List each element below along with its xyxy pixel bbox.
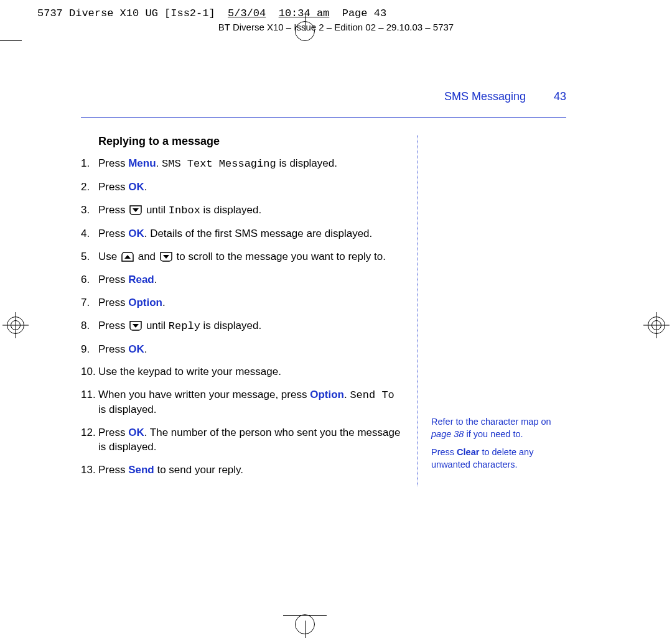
display-text: Reply <box>169 320 200 332</box>
step-number: 7. <box>81 296 98 310</box>
step-body: When you have written your message, pres… <box>98 388 404 417</box>
step-body: Press OK. <box>98 180 404 195</box>
step-body: Press Read. <box>98 273 404 287</box>
step-item: 8.Press until Reply is displayed. <box>81 319 404 334</box>
step-number: 9. <box>81 343 98 357</box>
step-item: 7.Press Option. <box>81 296 404 310</box>
softkey-label: OK <box>128 343 144 355</box>
softkey-label: Menu <box>128 157 156 169</box>
step-item: 2.Press OK. <box>81 180 404 195</box>
main-column: Replying to a message 1.Press Menu. SMS … <box>81 135 418 486</box>
prepress-time: 10:34 am <box>279 7 330 19</box>
softkey-label: Read <box>128 274 154 285</box>
step-body: Press OK. The number of the person who s… <box>98 426 404 455</box>
step-item: 4.Press OK. Details of the first SMS mes… <box>81 227 404 241</box>
registration-mark-right <box>643 312 670 338</box>
step-body: Press Menu. SMS Text Messaging is displa… <box>98 157 404 172</box>
step-item: 6.Press Read. <box>81 273 404 287</box>
doc-header: BT Diverse X10 – Issue 2 – Edition 02 – … <box>0 22 672 32</box>
step-item: 13.Press Send to send your reply. <box>81 463 404 478</box>
step-item: 12.Press OK. The number of the person wh… <box>81 426 404 455</box>
step-body: Press until Inbox is displayed. <box>98 203 404 218</box>
edge-rule <box>0 40 22 41</box>
nav-down-icon <box>160 252 172 262</box>
prepress-doc: 5737 Diverse X10 UG [Iss2-1] <box>37 7 215 19</box>
registration-mark-left <box>2 312 29 338</box>
nav-up-icon <box>121 252 134 262</box>
step-item: 9.Press OK. <box>81 343 404 357</box>
running-header: SMS Messaging 43 <box>81 90 566 103</box>
step-number: 1. <box>81 157 98 172</box>
step-item: 3.Press until Inbox is displayed. <box>81 203 404 218</box>
step-number: 10. <box>81 365 98 379</box>
crop-mark-bottom <box>292 607 317 638</box>
softkey-label: Option <box>310 389 344 400</box>
display-text: SMS Text Messaging <box>162 158 276 170</box>
softkey-label: Option <box>128 297 162 308</box>
softkey-label: OK <box>128 427 144 438</box>
sidebar-note-charmap: Refer to the character map on page 38 if… <box>431 416 566 440</box>
softkey-label: OK <box>128 181 144 193</box>
step-number: 13. <box>81 463 98 478</box>
section-title: SMS Messaging <box>444 90 526 103</box>
step-body: Use the keypad to write your message. <box>98 365 404 379</box>
step-number: 8. <box>81 319 98 334</box>
nav-down-icon <box>129 205 142 215</box>
step-number: 3. <box>81 203 98 218</box>
page-number: 43 <box>554 90 566 103</box>
page-content: SMS Messaging 43 Replying to a message 1… <box>81 90 566 563</box>
step-body: Press OK. <box>98 343 404 357</box>
step-number: 11. <box>81 388 98 417</box>
step-number: 5. <box>81 250 98 264</box>
softkey-label: OK <box>128 228 144 239</box>
prepress-page: Page 43 <box>342 7 386 19</box>
step-number: 2. <box>81 180 98 195</box>
steps-list: 1.Press Menu. SMS Text Messaging is disp… <box>81 157 404 478</box>
nav-down-icon <box>129 321 142 331</box>
sidebar-key-clear: Clear <box>457 447 479 457</box>
section-heading: Replying to a message <box>98 135 404 148</box>
prepress-date: 5/3/04 <box>228 7 266 19</box>
prepress-slug: 5737 Diverse X10 UG [Iss2-1] 5/3/04 10:3… <box>37 7 672 19</box>
step-item: 11.When you have written your message, p… <box>81 388 404 417</box>
step-body: Press OK. Details of the first SMS messa… <box>98 227 404 241</box>
sidebar-note-clear: Press Clear to delete any unwanted chara… <box>431 446 566 471</box>
step-number: 6. <box>81 273 98 287</box>
display-text: Send To <box>350 389 394 401</box>
step-body: Press Send to send your reply. <box>98 463 404 478</box>
display-text: Inbox <box>169 205 200 216</box>
step-item: 10.Use the keypad to write your message. <box>81 365 404 379</box>
step-body: Press Option. <box>98 296 404 310</box>
step-number: 12. <box>81 426 98 455</box>
step-number: 4. <box>81 227 98 241</box>
softkey-label: Send <box>128 464 154 476</box>
sidebar-page-ref: page 38 <box>431 429 464 439</box>
header-rule <box>81 117 566 118</box>
step-body: Use and to scroll to the message you wan… <box>98 250 404 264</box>
step-body: Press until Reply is displayed. <box>98 319 404 334</box>
step-item: 1.Press Menu. SMS Text Messaging is disp… <box>81 157 404 172</box>
sidebar-column: Refer to the character map on page 38 if… <box>418 135 566 486</box>
step-item: 5.Use and to scroll to the message you w… <box>81 250 404 264</box>
